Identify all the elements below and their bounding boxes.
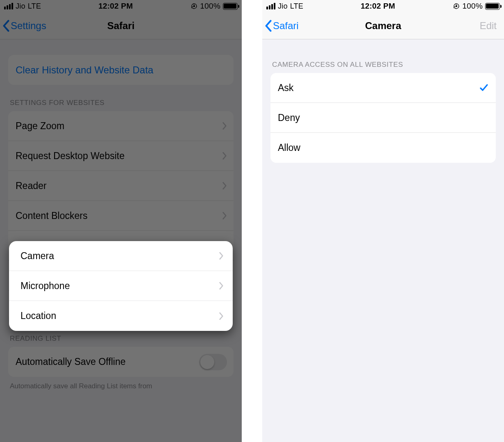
nav-bar: Settings Safari	[0, 12, 242, 39]
row-label: Automatically Save Offline	[16, 356, 126, 367]
section-header-websites: SETTINGS FOR WEBSITES	[0, 85, 242, 111]
svg-rect-0	[193, 6, 195, 7]
camera-access-group: Ask Deny Allow	[270, 73, 496, 163]
status-bar: Jio LTE 12:02 PM 100%	[262, 0, 504, 12]
option-ask[interactable]: Ask	[270, 73, 496, 103]
carrier-label: Jio	[16, 2, 25, 11]
option-label: Allow	[278, 142, 300, 153]
chevron-right-icon	[219, 312, 224, 320]
orientation-lock-icon	[453, 2, 460, 10]
row-label: Request Desktop Website	[16, 150, 125, 162]
nav-bar: Safari Camera Edit	[262, 12, 504, 39]
chevron-right-icon	[222, 182, 227, 190]
left-screen: Jio LTE 12:02 PM 100%	[0, 0, 242, 442]
row-label: Content Blockers	[16, 210, 87, 221]
row-label: Camera	[21, 251, 54, 262]
option-label: Deny	[278, 112, 300, 123]
network-label: LTE	[28, 2, 41, 11]
edit-button[interactable]: Edit	[480, 12, 497, 39]
section-header-camera-access: CAMERA ACCESS ON ALL WEBSITES	[262, 39, 504, 73]
checkmark-icon	[479, 83, 489, 93]
back-button[interactable]: Settings	[2, 12, 46, 39]
content-area: CAMERA ACCESS ON ALL WEBSITES Ask Deny A…	[262, 39, 504, 163]
row-content-blockers[interactable]: Content Blockers	[8, 201, 234, 231]
chevron-right-icon	[222, 122, 227, 130]
row-label: Microphone	[21, 280, 70, 292]
option-label: Ask	[278, 82, 293, 93]
row-label: Location	[21, 310, 56, 321]
nav-title: Camera	[365, 20, 401, 32]
chevron-left-icon	[265, 20, 272, 32]
row-microphone[interactable]: Microphone	[9, 271, 233, 301]
network-label: LTE	[290, 2, 303, 11]
clear-data-group: Clear History and Website Data	[8, 55, 234, 85]
orientation-lock-icon	[190, 2, 198, 10]
battery-icon	[485, 3, 500, 10]
status-bar: Jio LTE 12:02 PM 100%	[0, 0, 242, 12]
battery-pct-label: 100%	[463, 2, 483, 11]
svg-rect-1	[456, 6, 457, 7]
clear-history-label: Clear History and Website Data	[16, 64, 153, 76]
option-deny[interactable]: Deny	[270, 103, 496, 133]
battery-icon	[223, 3, 238, 10]
back-button[interactable]: Safari	[265, 12, 299, 39]
chevron-right-icon	[222, 212, 227, 220]
clock-label: 12:02 PM	[99, 2, 133, 11]
battery-pct-label: 100%	[200, 2, 220, 11]
content-area: Clear History and Website Data SETTINGS …	[0, 39, 242, 391]
highlight-popout: Camera Microphone Location	[9, 241, 233, 331]
row-desktop-website[interactable]: Request Desktop Website	[8, 141, 234, 171]
row-reader[interactable]: Reader	[8, 171, 234, 201]
footer-text: Automatically save all Reading List item…	[0, 377, 242, 391]
toggle-off[interactable]	[199, 354, 227, 370]
row-location[interactable]: Location	[9, 301, 233, 331]
chevron-right-icon	[222, 152, 227, 160]
cell-signal-icon	[4, 3, 13, 9]
row-label: Reader	[16, 180, 46, 191]
cell-signal-icon	[266, 3, 275, 9]
row-page-zoom[interactable]: Page Zoom	[8, 111, 234, 141]
chevron-right-icon	[219, 282, 224, 290]
row-auto-save-offline[interactable]: Automatically Save Offline	[8, 347, 234, 377]
option-allow[interactable]: Allow	[270, 133, 496, 163]
back-label: Settings	[11, 20, 46, 32]
carrier-label: Jio	[278, 2, 288, 11]
back-label: Safari	[273, 20, 299, 32]
reading-list-group: Automatically Save Offline	[8, 347, 234, 377]
row-camera[interactable]: Camera	[9, 241, 233, 271]
clear-history-button[interactable]: Clear History and Website Data	[8, 55, 234, 85]
row-label: Page Zoom	[16, 121, 64, 132]
right-screen: Jio LTE 12:02 PM 100%	[262, 0, 504, 442]
chevron-right-icon	[219, 252, 224, 260]
clock-label: 12:02 PM	[361, 2, 395, 11]
chevron-left-icon	[2, 20, 10, 32]
nav-title: Safari	[107, 20, 135, 32]
